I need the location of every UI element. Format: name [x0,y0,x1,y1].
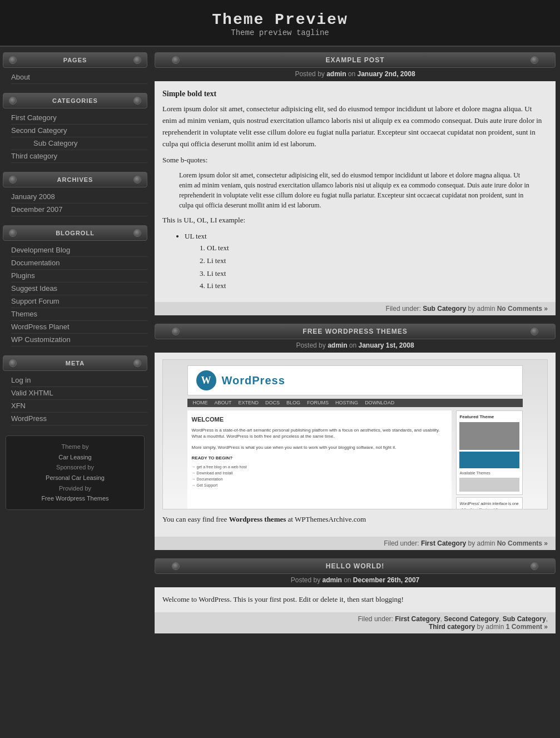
wp-more-text: More simply, WordPress is what you use w… [192,444,448,450]
post-date-2: January 1st, 2008 [358,341,414,349]
sidebar-item-third-category[interactable]: Third category [11,152,57,160]
wp-nav-bar: HOME ABOUT EXTEND DOCS BLOG FORUMS HOSTI… [187,399,523,407]
sidebar-item-second-category[interactable]: Second Category [11,126,67,135]
pages-about-link[interactable]: About [11,73,30,81]
list-item: Plugins [11,270,147,283]
sidebar-categories-section: CATEGORIES First Category Second Categor… [3,93,147,167]
pages-list: About [3,70,147,88]
theme-by-label: Theme by [62,443,89,450]
filed-under-3: First Category [395,615,440,623]
theme-by-value[interactable]: Car Leasing [58,454,91,460]
blogroll-wordpress-planet[interactable]: WordPress Planet [11,323,70,331]
archives-title: ARCHIVES [57,176,93,183]
sidebar-blogroll-header: BLOGROLL [3,225,147,241]
blogroll-themes[interactable]: Themes [11,310,37,318]
list-item: WP Customization [11,334,147,346]
pages-bullet-left [9,56,17,64]
sidebar-meta-section: META Log in Valid XHTML XFN WordPress [3,355,147,430]
archive-january-2008[interactable]: January 2008 [11,192,55,201]
comments-link-2[interactable]: No Comments » [497,539,548,547]
post-header-hello: HELLO WORLD! [155,558,556,574]
blogroll-wp-customization[interactable]: WP Customization [11,335,71,344]
filed-under-3b: Second Category [444,615,499,623]
wp-nav-download: DOWNLOAD [365,399,394,407]
hello-world-text: Welcome to WordPress. This is your first… [162,594,548,606]
list-item: January 2008 [11,191,147,204]
sidebar-pages-header: PAGES [3,52,147,68]
wp-featured-theme-title: Featured Theme [459,414,519,421]
sidebar-item-sub-category[interactable]: Sub Category [33,139,78,147]
wp-main-content-area: WELCOME WordPress is a state-of-the-art … [187,410,452,510]
meta-list: Log in Valid XHTML XFN WordPress [3,373,147,430]
sidebar-categories-header: CATEGORIES [3,93,147,108]
list-item: Sub Category [11,137,147,150]
wp-admin-note: WordPress' admin interface is one of the… [456,497,523,510]
comments-link[interactable]: No Comments » [497,305,548,313]
post-free-wp-themes: FREE WORDPRESS THEMES Posted by admin on… [155,324,556,550]
meta-xfn[interactable]: XFN [11,402,26,410]
post-date: January 2nd, 2008 [358,70,415,78]
meta-wordpress[interactable]: WordPress [11,414,47,423]
wp-nav-home: HOME [193,399,208,407]
archive-december-2007[interactable]: December 2007 [11,205,63,214]
meta-login[interactable]: Log in [11,376,31,384]
post-footer-free-wp: Filed under: First Category by admin No … [155,537,556,550]
blogroll-development-blog[interactable]: Development Blog [11,246,70,254]
sidebar-item-first-category[interactable]: First Category [11,113,57,122]
post-wp-themes-text: You can easy find free Wordpress themes … [162,514,548,526]
meta-bullet-right [133,359,141,367]
post-body-hello: Welcome to WordPress. This is your first… [155,587,556,612]
blogroll-support-forum[interactable]: Support Forum [11,297,60,305]
blogroll-bullet-left [9,229,17,237]
post-meta-hello: Posted by admin on December 26th, 2007 [155,574,556,587]
post-list-intro: This is UL, OL, LI example: [162,215,548,226]
wp-theme-preview-img [459,422,519,450]
categories-list: First Category Second Category Sub Categ… [3,111,147,167]
wp-welcome-text: WordPress is a state-of-the-art semantic… [192,427,448,439]
list-item: Log in [11,374,147,387]
filed-under-2: First Category [421,539,466,547]
wp-links: → get a free blog on a web host → Downlo… [192,464,448,489]
provided-by-value[interactable]: Free Wordpress Themes [41,495,108,502]
list-item: Li text [207,268,548,280]
list-item: UL text OL text Li text Li text Li text [185,231,548,292]
archives-bullet-right [133,176,141,184]
sidebar-pages-section: PAGES About [3,52,147,88]
wp-welcome-title: WELCOME [192,415,448,425]
comments-link-3[interactable]: 1 Comment » [506,623,548,631]
post-footer-example: Filed under: Sub Category by admin No Co… [155,302,556,315]
filed-under: Sub Category [423,305,466,313]
main-content: EXAMPLE POST Posted by admin on January … [150,47,560,647]
wp-nav-about: ABOUT [215,399,232,407]
post-author-3: admin [322,576,341,584]
wp-logo-text: WordPress [222,372,285,389]
wp-available-themes: Available Themes [459,470,519,476]
meta-valid-xhtml[interactable]: Valid XHTML [11,389,53,397]
sidebar-archives-header: ARCHIVES [3,172,147,187]
categories-bullet-left [9,97,17,105]
site-title: Theme Preview [0,11,560,28]
wp-circle-logo: W [196,370,216,390]
blogroll-suggest-ideas[interactable]: Suggest Ideas [11,284,57,293]
post-author-2: admin [328,341,347,349]
wp-nav-hosting: HOSTING [335,399,358,407]
blogroll-documentation[interactable]: Documentation [11,259,60,267]
filed-under-3d: Third category [429,623,475,631]
sponsored-by-label: Sponsored by [56,464,94,470]
categories-bullet-right [133,97,141,105]
post-bullet-right-2 [531,328,538,335]
meta-bullet-left [9,359,17,367]
blogroll-plugins[interactable]: Plugins [11,271,35,280]
blogroll-bullet-right [133,229,141,237]
archives-bullet-left [9,176,17,184]
meta-title: META [66,360,85,366]
post-bullet-left-3 [172,562,180,570]
sidebar-archives-section: ARCHIVES January 2008 December 2007 [3,172,147,221]
blogroll-title: BLOGROLL [56,230,95,236]
archives-list: January 2008 December 2007 [3,190,147,221]
list-item: Li text [207,255,548,267]
wp-theme-preview-img2 [459,452,519,468]
post-meta-free-wp: Posted by admin on January 1st, 2008 [155,339,556,353]
post-header-free-wp: FREE WORDPRESS THEMES [155,324,556,339]
sponsored-by-value[interactable]: Personal Car Leasing [46,474,105,481]
